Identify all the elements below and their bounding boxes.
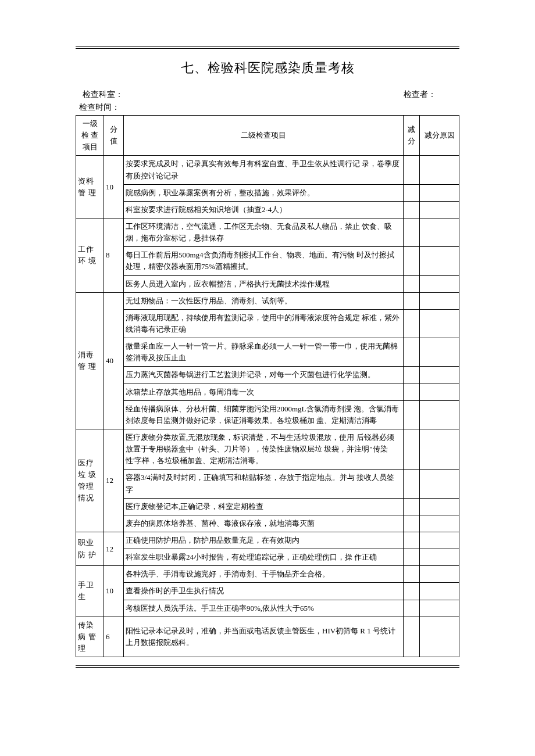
reason-cell (420, 247, 459, 275)
reason-cell (420, 549, 459, 566)
reason-cell (420, 617, 459, 657)
table-row: 容器3/4满时及时封闭，正确填写和粘贴标签，存放于指定地点。并与 接收人员签字 (76, 470, 459, 498)
page-title: 七、检验科医院感染质量考核 (76, 59, 459, 77)
item-cell: 废弃的病原体培养基、菌种、毒液保存液，就地消毒灭菌 (124, 515, 404, 532)
score-cell: 10 (104, 156, 124, 218)
checker-label: 检查者： (400, 89, 436, 100)
reason-cell (420, 367, 459, 384)
deduct-cell (404, 292, 420, 309)
dept-label: 检查科室： (79, 89, 123, 100)
meta-row-1: 检查科室： 检查者： (76, 89, 459, 102)
table-row: 科室按要求进行院感相关知识培训（抽查2-4人） (76, 201, 459, 218)
category-cell: 职业 防 护 (76, 532, 104, 565)
deduct-cell (404, 583, 420, 600)
category-cell: 手卫 生 (76, 566, 104, 617)
document-page: 七、检验科医院感染质量考核 检查科室： 检查者： 检查时间： 一级 检 查 项目… (0, 0, 535, 703)
item-cell: 科室按要求进行院感相关知识培训（抽查2-4人） (124, 201, 404, 218)
table-row: 医疗废物登记本,正确记录，科室定期检查 (76, 498, 459, 515)
reason-cell (420, 515, 459, 532)
deduct-cell (404, 532, 420, 549)
table-row: 医务人员进入室内，应衣帽整洁，严格执行无菌技术操作规程 (76, 275, 459, 292)
item-cell: 冰箱禁止存放其他用品，每周消毒一次 (124, 384, 404, 400)
item-cell: 每日工作前后用500mg4含负消毒剂擦拭工作台、物表、地面。有污物 时及忖擦拭处… (124, 247, 404, 275)
reason-cell (420, 184, 459, 201)
reason-cell (420, 384, 459, 400)
bottom-rule (76, 665, 459, 668)
item-cell: 消毒液现用现配，持续使用有监测记录，使用中的消毒液浓度符合规定 标准，紫外线消毒… (124, 309, 404, 338)
table-row: 冰箱禁止存放其他用品，每周消毒一次 (76, 384, 459, 400)
deduct-cell (404, 309, 420, 338)
table-row: 微量采血应一人一针一管一片。静脉采血必须一人一针一管一带一巾，使用无菌棉签消毒及… (76, 338, 459, 367)
deduct-cell (404, 549, 420, 566)
item-cell: 考核医技人员洗手法。手卫生正确率90%,依从性大于65% (124, 600, 404, 617)
reason-cell (420, 338, 459, 367)
deduct-cell (404, 617, 420, 657)
reason-cell (420, 275, 459, 292)
deduct-cell (404, 201, 420, 218)
item-cell: 医疗废物登记本,正确记录，科室定期检查 (124, 498, 404, 515)
score-cell: 12 (104, 429, 124, 532)
category-cell: 资料 管 理 (76, 156, 104, 218)
reason-cell (420, 292, 459, 309)
item-cell: 微量采血应一人一针一管一片。静脉采血必须一人一针一管一带一巾，使用无菌棉签消毒及… (124, 338, 404, 367)
item-cell: 医疗废物分类放置,无混放现象，标识清楚，不与生活垃圾混放，使用 后锐器必须放置于… (124, 429, 404, 469)
assessment-table: 一级 检 查 项目 分 值 二级检查项目 减 分 减分原因 资料 管 理10按要… (76, 115, 459, 657)
item-cell: 科室发生职业暴露24小时报告，有处理追踪记录，正确处理伤口，操 作正确 (124, 549, 404, 566)
table-row: 消毒液现用现配，持续使用有监测记录，使用中的消毒液浓度符合规定 标准，紫外线消毒… (76, 309, 459, 338)
table-row: 医疗 垃 圾 管理 情况12医疗废物分类放置,无混放现象，标识清楚，不与生活垃圾… (76, 429, 459, 469)
item-cell: 阳性记录本记录及时，准确，并当面或电话反馈主管医生，HIV初筛每 R 1 号统计… (124, 617, 404, 657)
deduct-cell (404, 338, 420, 367)
reason-cell (420, 566, 459, 583)
item-cell: 医务人员进入室内，应衣帽整洁，严格执行无菌技术操作规程 (124, 275, 404, 292)
reason-cell (420, 429, 459, 469)
category-cell: 工作 环 境 (76, 218, 104, 292)
header-score: 分 值 (104, 116, 124, 156)
reason-cell (420, 201, 459, 218)
header-category: 一级 检 查 项目 (76, 116, 104, 156)
category-cell: 消毒 管 理 (76, 292, 104, 429)
reason-cell (420, 309, 459, 338)
reason-cell (420, 156, 459, 184)
reason-cell (420, 400, 459, 429)
deduct-cell (404, 515, 420, 532)
item-cell: 院感病例，职业暴露案例有分析，整改措施，效果评价。 (124, 184, 404, 201)
score-cell: 10 (104, 566, 124, 617)
item-cell: 查看操作时的手卫生执行情况 (124, 583, 404, 600)
table-row: 院感病例，职业暴露案例有分析，整改措施，效果评价。 (76, 184, 459, 201)
header-item: 二级检查项目 (124, 116, 404, 156)
item-cell: 正确使用防护用品，防护用品数量充足，在有效期内 (124, 532, 404, 549)
deduct-cell (404, 498, 420, 515)
score-cell: 8 (104, 218, 124, 292)
reason-cell (420, 600, 459, 617)
header-deduct: 减 分 (404, 116, 420, 156)
deduct-cell (404, 275, 420, 292)
table-row: 资料 管 理10按要求完成及时，记录真实有效每月有科室自查、手卫生依从性调行记 … (76, 156, 459, 184)
deduct-cell (404, 247, 420, 275)
item-cell: 按要求完成及时，记录真实有效每月有科室自查、手卫生依从性调行记 录，卷季度有质控… (124, 156, 404, 184)
table-row: 压力蒸汽灭菌器每锅进行工艺监测并记录，对每一个灭菌包进行化学监测。 (76, 367, 459, 384)
item-cell: 容器3/4满时及时封闭，正确填写和粘贴标签，存放于指定地点。并与 接收人员签字 (124, 470, 404, 498)
deduct-cell (404, 600, 420, 617)
reason-cell (420, 218, 459, 246)
table-row: 每日工作前后用500mg4含负消毒剂擦拭工作台、物表、地面。有污物 时及忖擦拭处… (76, 247, 459, 275)
reason-cell (420, 583, 459, 600)
reason-cell (420, 532, 459, 549)
top-rule (76, 46, 459, 49)
category-cell: 传染 病 管 理 (76, 617, 104, 657)
header-reason: 减分原因 (420, 116, 459, 156)
deduct-cell (404, 184, 420, 201)
item-cell: 经血传播病原体、分枝杆菌、细菌芽胞污染用2000mgL含氯消毒剂浸 泡。含氯消毒… (124, 400, 404, 429)
table-row: 手卫 生10各种洗手、手消毒设施完好，手消毒剂、干手物品齐全合格。 (76, 566, 459, 583)
deduct-cell (404, 384, 420, 400)
category-cell: 医疗 垃 圾 管理 情况 (76, 429, 104, 532)
deduct-cell (404, 429, 420, 469)
score-cell: 6 (104, 617, 124, 657)
table-row: 科室发生职业暴露24小时报告，有处理追踪记录，正确处理伤口，操 作正确 (76, 549, 459, 566)
table-row: 职业 防 护12正确使用防护用品，防护用品数量充足，在有效期内 (76, 532, 459, 549)
table-row: 传染 病 管 理6阳性记录本记录及时，准确，并当面或电话反馈主管医生，HIV初筛… (76, 617, 459, 657)
time-label: 检查时间： (76, 102, 459, 113)
deduct-cell (404, 367, 420, 384)
table-header-row: 一级 检 查 项目 分 值 二级检查项目 减 分 减分原因 (76, 116, 459, 156)
deduct-cell (404, 470, 420, 498)
deduct-cell (404, 566, 420, 583)
